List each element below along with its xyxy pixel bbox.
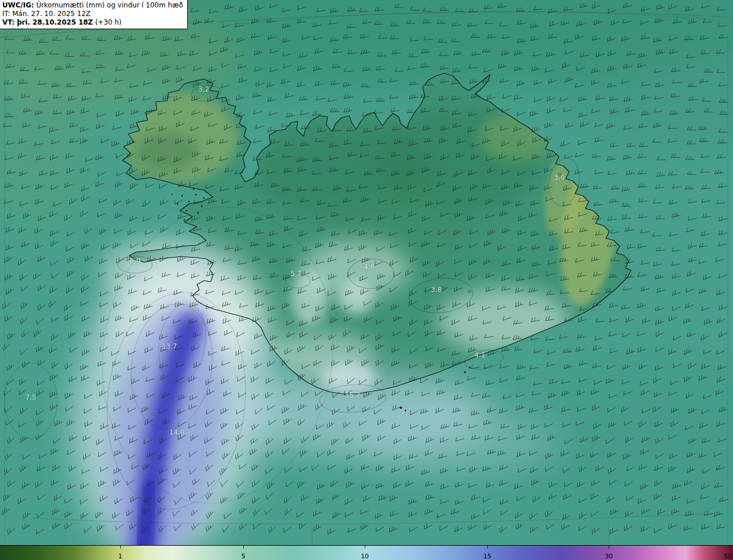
colorbar-tick-label: 15 [483, 553, 491, 560]
init-time-row: IT: Mán. 27. 10. 2025 12Z [2, 10, 183, 18]
colorbar-tick-mark [609, 546, 609, 549]
colorbar-tick-mark [120, 546, 121, 549]
weather-map [0, 0, 733, 545]
valid-time-row: VT: þri. 28.10.2025 18Z (+30 h) [2, 18, 183, 27]
map-title-row: UWC/IG: Úrkomumætti (mm) og vindur í 100… [2, 1, 183, 10]
colorbar-tick-label: 10 [361, 553, 369, 560]
colorbar-tick-mark [243, 546, 244, 549]
valid-time-value: þri. 28.10.2025 18Z [17, 18, 93, 26]
product-id: UWC/IG: [2, 1, 34, 9]
init-time-value: Mán. 27. 10. 2025 12Z [12, 10, 90, 18]
colorbar-ticks: 1510153050 [0, 546, 733, 560]
product-title: Úrkomumætti (mm) og vindur í 100m hæð [36, 1, 183, 9]
colorbar-tick-label: 50 [724, 553, 732, 560]
colorbar-tick-label: 1 [119, 553, 123, 560]
init-time-label: IT: [2, 10, 10, 18]
map-title-box: UWC/IG: Úrkomumætti (mm) og vindur í 100… [0, 0, 188, 29]
colorbar-tick-mark [365, 546, 365, 549]
colorbar-tick-mark [487, 546, 488, 549]
colorbar-tick-mark [730, 546, 730, 549]
precipitation-colorbar: 1510153050 [0, 545, 733, 560]
colorbar-tick-label: 30 [605, 553, 613, 560]
colorbar-tick-label: 5 [242, 553, 246, 560]
valid-time-label: VT: [2, 18, 15, 26]
valid-time-offset: (+30 h) [95, 18, 121, 26]
weather-map-app: 3.23.05.94.65.73.813.74.17.515.714.0 UWC… [0, 0, 733, 560]
